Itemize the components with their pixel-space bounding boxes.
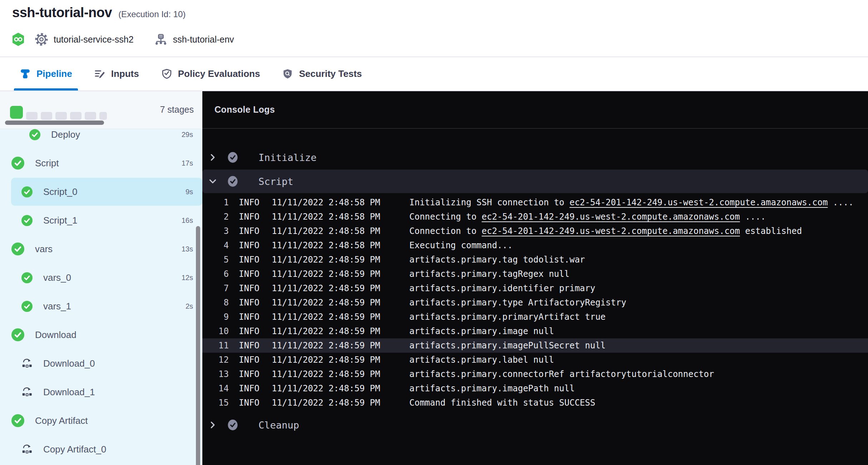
stage-progress-square[interactable]: [99, 112, 107, 120]
sidebar-vertical-scrollbar[interactable]: [196, 226, 200, 465]
log-line[interactable]: 3 INFO 11/11/2022 2:48:58 PM Connection …: [202, 224, 868, 238]
step-row[interactable]: vars 13s: [0, 235, 202, 263]
log-timestamp: 11/11/2022 2:48:58 PM: [272, 226, 409, 236]
log-line[interactable]: 1 INFO 11/11/2022 2:48:58 PM Initializin…: [202, 195, 868, 210]
stages-count-label: 7 stages: [160, 104, 194, 115]
log-line[interactable]: 15 INFO 11/11/2022 2:48:59 PM Command fi…: [202, 396, 868, 410]
step-row[interactable]: Copy Artifact: [0, 406, 202, 435]
log-timestamp: 11/11/2022 2:48:58 PM: [272, 212, 409, 222]
step-duration: 29s: [182, 131, 202, 139]
step-row[interactable]: vars_0 12s: [0, 263, 202, 292]
success-check-icon: [11, 157, 24, 170]
step-label: Copy Artifact: [35, 415, 88, 426]
step-row[interactable]: vars_1 2s: [0, 292, 202, 320]
log-timestamp: 11/11/2022 2:48:59 PM: [272, 312, 409, 322]
step-row[interactable]: Download_0: [0, 349, 202, 378]
stage-progress-square[interactable]: [55, 112, 67, 120]
stage-progress-square[interactable]: [26, 112, 38, 120]
log-line[interactable]: 4 INFO 11/11/2022 2:48:58 PM Executing c…: [202, 238, 868, 253]
step-label: Download_0: [43, 358, 95, 369]
log-line[interactable]: 11 INFO 11/11/2022 2:48:59 PM artifacts.…: [202, 338, 868, 353]
log-timestamp: 11/11/2022 2:48:59 PM: [272, 326, 409, 336]
tab-inputs[interactable]: Inputs: [94, 57, 139, 90]
step-row[interactable]: Script_1 16s: [0, 206, 202, 235]
log-message-text: Connection to: [409, 226, 482, 236]
stage-progress-square[interactable]: [70, 112, 82, 120]
log-message-link[interactable]: ec2-54-201-142-249.us-west-2.compute.ama…: [569, 197, 828, 207]
log-timestamp: 11/11/2022 2:48:59 PM: [272, 298, 409, 308]
log-timestamp: 11/11/2022 2:48:59 PM: [272, 355, 409, 365]
log-line-number: 14: [202, 383, 229, 393]
step-label: vars_1: [43, 301, 71, 312]
tab-security-tests[interactable]: Security Tests: [282, 57, 362, 90]
log-message: artifacts.primary.tagRegex null: [409, 269, 569, 279]
tab-bar: Pipeline Inputs Policy Evaluations Secur…: [0, 57, 868, 91]
log-level: INFO: [239, 283, 272, 293]
tab-policy-evaluations[interactable]: Policy Evaluations: [161, 57, 260, 90]
success-check-icon: [11, 243, 24, 255]
log-timestamp: 11/11/2022 2:48:58 PM: [272, 240, 409, 250]
tab-label: Pipeline: [36, 68, 72, 79]
log-line[interactable]: 13 INFO 11/11/2022 2:48:59 PM artifacts.…: [202, 367, 868, 381]
log-line[interactable]: 5 INFO 11/11/2022 2:48:59 PM artifacts.p…: [202, 253, 868, 267]
step-row[interactable]: Download_1: [0, 378, 202, 406]
log-message-text: artifacts.primary.identifier primary: [409, 283, 595, 293]
log-section-initialize[interactable]: Initialize: [202, 147, 868, 167]
step-label: Deploy: [51, 129, 80, 140]
log-line[interactable]: 14 INFO 11/11/2022 2:48:59 PM artifacts.…: [202, 381, 868, 396]
tab-pipeline[interactable]: Pipeline: [20, 57, 72, 90]
chevron-down-icon[interactable]: [208, 177, 217, 186]
log-message-text: artifacts.primary.imagePullSecret null: [409, 341, 606, 351]
environment-name[interactable]: ssh-tutorial-env: [173, 34, 234, 45]
step-label: Script: [35, 158, 59, 169]
step-row[interactable]: Script_0 9s: [0, 177, 202, 206]
service-name[interactable]: tutorial-service-ssh2: [54, 34, 134, 45]
log-line[interactable]: 12 INFO 11/11/2022 2:48:59 PM artifacts.…: [202, 353, 868, 367]
log-message-link[interactable]: ec2-54-201-142-249.us-west-2.compute.ama…: [482, 212, 740, 222]
log-section-script[interactable]: Script: [202, 170, 868, 193]
step-row[interactable]: Script 17s: [0, 149, 202, 177]
step-label: vars_0: [43, 272, 71, 283]
console-logs-header: Console Logs: [202, 91, 868, 129]
page-title: ssh-tutorial-nov: [12, 5, 112, 20]
log-line[interactable]: 6 INFO 11/11/2022 2:48:59 PM artifacts.p…: [202, 267, 868, 281]
chevron-right-icon[interactable]: [208, 420, 217, 430]
log-line[interactable]: 7 INFO 11/11/2022 2:48:59 PM artifacts.p…: [202, 281, 868, 295]
log-line-number: 1: [202, 197, 229, 207]
step-label: vars: [35, 244, 53, 255]
stage-progress-square[interactable]: [85, 112, 96, 120]
stage-progress-squares: [10, 106, 107, 120]
log-message-text: Executing command...: [409, 240, 513, 250]
step-row[interactable]: Copy Artifact_0: [0, 435, 202, 464]
log-message-text: Initializing SSH connection to: [409, 197, 569, 207]
log-level: INFO: [239, 341, 272, 351]
section-success-check-icon: [227, 152, 238, 163]
log-line-number: 4: [202, 240, 229, 250]
log-line[interactable]: 10 INFO 11/11/2022 2:48:59 PM artifacts.…: [202, 324, 868, 338]
log-message-link[interactable]: ec2-54-201-142-249.us-west-2.compute.ama…: [482, 226, 740, 236]
inputs-icon: [94, 68, 105, 79]
stage-horizontal-scrollbar[interactable]: [5, 121, 104, 125]
step-row[interactable]: Download: [0, 320, 202, 349]
stage-step-list: Deploy 29s Script 17s: [0, 120, 202, 464]
pipeline-icon: [20, 68, 31, 79]
stage-progress-square[interactable]: [10, 106, 23, 119]
log-line[interactable]: 8 INFO 11/11/2022 2:48:59 PM artifacts.p…: [202, 295, 868, 310]
section-name: Script: [258, 176, 294, 187]
log-level: INFO: [239, 326, 272, 336]
log-message: artifacts.primary.tag todolist.war: [409, 255, 585, 265]
log-line[interactable]: 9 INFO 11/11/2022 2:48:59 PM artifacts.p…: [202, 310, 868, 324]
chevron-right-icon[interactable]: [208, 153, 217, 162]
log-level: INFO: [239, 240, 272, 250]
log-line-number: 8: [202, 298, 229, 308]
stage-progress-square[interactable]: [41, 112, 52, 120]
log-line[interactable]: 2 INFO 11/11/2022 2:48:58 PM Connecting …: [202, 210, 868, 224]
log-message-text: artifacts.primary.connectorRef artifacto…: [409, 369, 714, 379]
log-message: Connection to ec2-54-201-142-249.us-west…: [409, 226, 802, 236]
log-section-cleanup[interactable]: Cleanup: [202, 415, 868, 435]
log-message-text: artifacts.primary.tagRegex null: [409, 269, 569, 279]
repeat-step-icon: [21, 387, 33, 398]
log-message-text: artifacts.primary.tag todolist.war: [409, 255, 585, 265]
log-message: artifacts.primary.image null: [409, 326, 554, 336]
security-shield-icon: [282, 68, 293, 79]
